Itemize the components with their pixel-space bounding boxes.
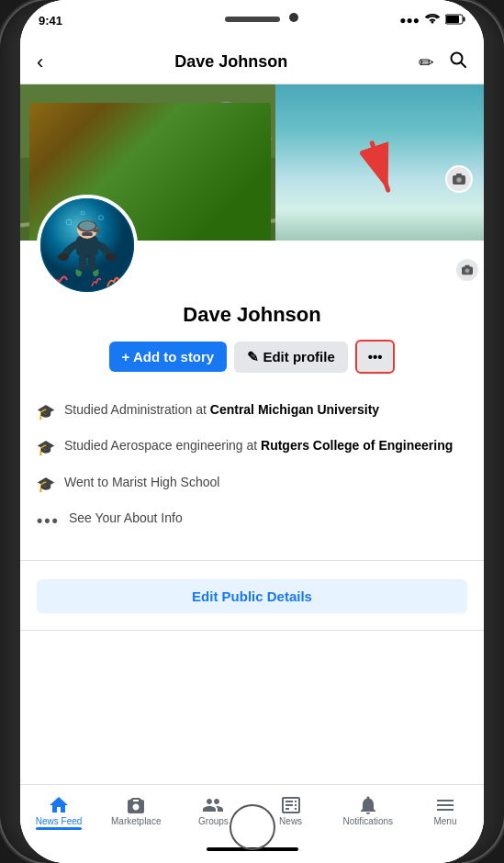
svg-rect-33 — [79, 256, 86, 271]
education-text-2: Studied Aerospace engineering at Rutgers… — [64, 437, 453, 455]
education-icon-2: 🎓 — [37, 438, 55, 458]
svg-rect-35 — [82, 232, 93, 236]
svg-rect-2 — [464, 17, 465, 21]
groups-label: Groups — [198, 816, 229, 826]
menu-icon — [434, 794, 456, 816]
nav-item-notifications[interactable]: Notifications — [330, 790, 407, 830]
news-icon — [280, 794, 302, 816]
add-to-story-button[interactable]: + Add to story — [109, 342, 228, 372]
notifications-icon — [357, 794, 379, 816]
divider — [20, 560, 484, 561]
cover-camera-button[interactable] — [445, 165, 473, 193]
newsfeed-label: News Feed — [36, 816, 83, 826]
news-label: News — [279, 816, 302, 826]
nav-title: Dave Johnson — [174, 52, 287, 72]
svg-point-15 — [244, 174, 260, 190]
notifications-label: Notifications — [343, 816, 393, 826]
svg-rect-20 — [456, 174, 462, 176]
svg-point-14 — [59, 163, 78, 182]
search-icon[interactable] — [449, 50, 467, 73]
education-text-1: Studied Administration at Central Michig… — [64, 401, 379, 420]
nav-actions: ✏ — [419, 50, 467, 73]
profile-picture — [37, 195, 138, 296]
svg-rect-1 — [446, 16, 459, 23]
svg-point-32 — [106, 253, 117, 261]
see-about-text: See Your About Info — [69, 510, 183, 528]
status-icons: ●●● — [399, 14, 465, 28]
svg-line-4 — [461, 62, 465, 67]
education-icon-3: 🎓 — [37, 475, 55, 495]
education-item-1: 🎓 Studied Administration at Central Mich… — [37, 394, 467, 430]
edit-profile-button[interactable]: ✎ Edit profile — [234, 342, 348, 373]
back-button[interactable]: ‹ — [37, 50, 43, 74]
education-text-3: Went to Marist High School — [64, 474, 219, 492]
wifi-icon — [425, 14, 440, 28]
battery-icon — [445, 14, 465, 28]
nav-item-marketplace[interactable]: Marketplace — [97, 790, 174, 830]
svg-point-38 — [465, 269, 468, 272]
action-buttons: + Add to story ✎ Edit profile ••• — [37, 340, 467, 374]
svg-point-13 — [38, 165, 61, 188]
profile-camera-button[interactable] — [454, 257, 480, 283]
education-item-2: 🎓 Studied Aerospace engineering at Rutge… — [37, 430, 467, 465]
about-dots-icon: ••• — [37, 510, 60, 532]
nav-bar: ‹ Dave Johnson ✏ — [20, 40, 484, 84]
edit-public-details-button[interactable]: Edit Public Details — [37, 579, 467, 613]
nav-item-newsfeed[interactable]: News Feed — [20, 790, 97, 830]
education-item-3: 🎓 Went to Marist High School — [37, 466, 467, 502]
home-button[interactable] — [230, 804, 275, 850]
marketplace-icon — [125, 794, 147, 816]
edit-icon[interactable]: ✏ — [419, 51, 434, 73]
menu-label: Menu — [433, 816, 456, 826]
info-section: 🎓 Studied Administration at Central Mich… — [20, 383, 484, 551]
home-icon — [48, 794, 70, 816]
profile-content: Dave Johnson + Add to story ✎ Edit profi… — [20, 286, 484, 784]
divider-2 — [20, 630, 484, 631]
signal-icon: ●●● — [399, 14, 420, 27]
about-info-item[interactable]: ••• See Your About Info — [37, 502, 467, 540]
groups-icon — [202, 794, 224, 816]
svg-point-31 — [58, 253, 69, 261]
education-icon-1: 🎓 — [37, 402, 55, 422]
profile-pic-inner — [40, 198, 134, 292]
profile-name-section: Dave Johnson + Add to story ✎ Edit profi… — [20, 286, 484, 383]
svg-rect-39 — [465, 265, 469, 268]
status-time: 9:41 — [39, 14, 62, 28]
marketplace-label: Marketplace — [111, 816, 161, 826]
more-options-button[interactable]: ••• — [355, 340, 396, 374]
svg-rect-34 — [88, 256, 95, 271]
svg-rect-27 — [76, 236, 98, 256]
profile-name: Dave Johnson — [37, 303, 467, 327]
nav-item-menu[interactable]: Menu — [407, 790, 484, 830]
cover-area — [20, 84, 484, 286]
svg-line-41 — [362, 143, 399, 190]
svg-point-19 — [457, 178, 461, 182]
svg-point-16 — [227, 166, 248, 187]
active-indicator — [36, 827, 82, 830]
